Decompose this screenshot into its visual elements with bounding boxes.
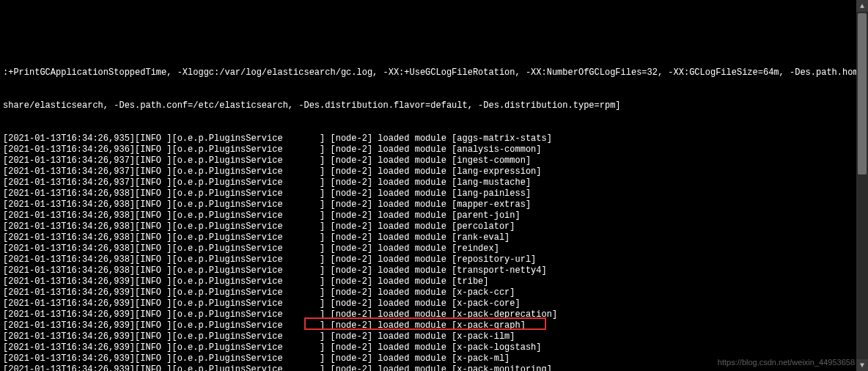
log-line: [2021-01-13T16:34:26,938][INFO ][o.e.p.P… (3, 199, 853, 210)
log-line: [2021-01-13T16:34:26,939][INFO ][o.e.p.P… (3, 287, 853, 298)
terminal-output[interactable]: :+PrintGCApplicationStoppedTime, -Xloggc… (0, 44, 856, 371)
log-line: [2021-01-13T16:34:26,935][INFO ][o.e.p.P… (3, 133, 853, 144)
log-line: [2021-01-13T16:34:26,938][INFO ][o.e.p.P… (3, 243, 853, 254)
watermark-text: https://blog.csdn.net/weixin_44953658 (718, 357, 855, 368)
log-line: [2021-01-13T16:34:26,939][INFO ][o.e.p.P… (3, 276, 853, 287)
scrollbar-track[interactable]: ▲ ▼ (856, 0, 868, 371)
scrollbar-arrow-down-icon[interactable]: ▼ (856, 359, 868, 371)
log-line: [2021-01-13T16:34:26,938][INFO ][o.e.p.P… (3, 188, 853, 199)
log-line: [2021-01-13T16:34:26,938][INFO ][o.e.p.P… (3, 232, 853, 243)
scrollbar-arrow-up-icon[interactable]: ▲ (856, 0, 868, 12)
log-line: [2021-01-13T16:34:26,939][INFO ][o.e.p.P… (3, 342, 853, 353)
log-line: [2021-01-13T16:34:26,937][INFO ][o.e.p.P… (3, 155, 853, 166)
log-line: [2021-01-13T16:34:26,938][INFO ][o.e.p.P… (3, 265, 853, 276)
log-line: [2021-01-13T16:34:26,938][INFO ][o.e.p.P… (3, 221, 853, 232)
log-line: [2021-01-13T16:34:26,939][INFO ][o.e.p.P… (3, 320, 853, 331)
log-line: [2021-01-13T16:34:26,938][INFO ][o.e.p.P… (3, 210, 853, 221)
log-line: [2021-01-13T16:34:26,936][INFO ][o.e.p.P… (3, 144, 853, 155)
log-line: [2021-01-13T16:34:26,938][INFO ][o.e.p.P… (3, 254, 853, 265)
scrollbar-thumb[interactable] (858, 13, 867, 175)
log-line: [2021-01-13T16:34:26,939][INFO ][o.e.p.P… (3, 298, 853, 309)
log-line: [2021-01-13T16:34:26,939][INFO ][o.e.p.P… (3, 331, 853, 342)
log-line: [2021-01-13T16:34:26,937][INFO ][o.e.p.P… (3, 166, 853, 177)
jvm-args-line-2: share/elasticsearch, -Des.path.conf=/etc… (3, 100, 853, 111)
jvm-args-line-1: :+PrintGCApplicationStoppedTime, -Xloggc… (3, 67, 853, 78)
log-line: [2021-01-13T16:34:26,937][INFO ][o.e.p.P… (3, 177, 853, 188)
log-line: [2021-01-13T16:34:26,939][INFO ][o.e.p.P… (3, 309, 853, 320)
